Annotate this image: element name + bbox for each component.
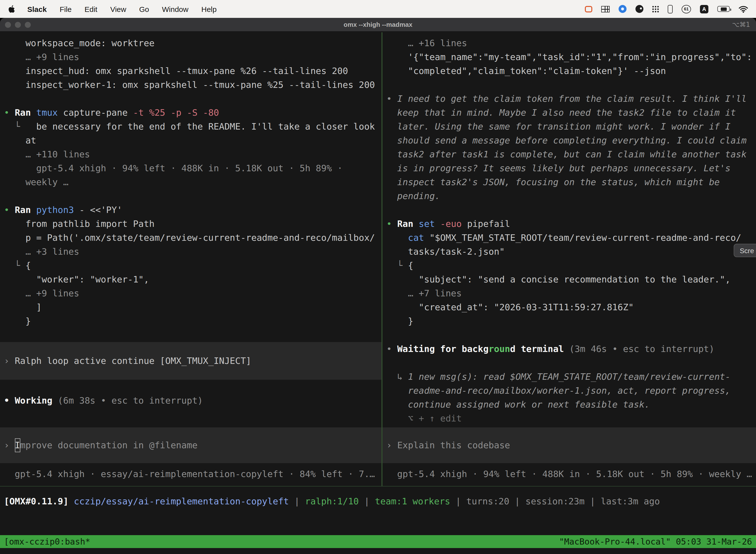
text-segment: readme-and-reco/mailbox/worker-1.json, a… [386, 385, 731, 396]
text-segment: (3m 46s • esc to interrupt) [569, 343, 714, 354]
text-segment: … +9 lines [4, 52, 79, 62]
text-segment: › [4, 438, 15, 452]
text-segment: • [386, 343, 397, 354]
terminal-line [0, 407, 381, 428]
left-terminal-pane[interactable]: workspace_mode: worktree … +9 lines insp… [0, 32, 381, 486]
window-shortcut-hint: ⌥⌘1 [732, 21, 750, 28]
menu-go[interactable]: Go [139, 5, 149, 13]
terminal-line [382, 356, 756, 370]
text-segment [386, 232, 408, 243]
window-title-bar[interactable]: omx --xhigh --madmax ⌥⌘1 [0, 18, 756, 32]
blue-app-icon[interactable] [619, 5, 627, 13]
prompt-input[interactable]: › Improve documentation in @filename [0, 428, 381, 463]
text-segment: I need to get the claim token from the c… [397, 93, 747, 104]
menu-view[interactable]: View [110, 5, 126, 13]
text-segment: task2 after task1 is complete, but can I… [386, 149, 747, 159]
text-segment: … +16 lines [386, 38, 467, 48]
terminal-line: … +3 lines [0, 245, 381, 259]
terminal-line [0, 92, 381, 106]
terminal-line [0, 380, 381, 394]
text-segment: team:1 workers [375, 496, 450, 506]
terminal-line: "subject": "send a concise recommendatio… [382, 273, 756, 286]
terminal-line: } [382, 314, 756, 328]
zoom-window-button[interactable] [25, 21, 31, 27]
text-segment: [OMX#0.11.9] [4, 496, 74, 506]
close-window-button[interactable] [5, 21, 11, 27]
wifi-icon[interactable] [739, 5, 748, 13]
terminal-line: from pathlib import Path [0, 217, 381, 231]
percentage-badge-icon[interactable]: 61 [682, 5, 691, 13]
battery-icon[interactable] [717, 6, 730, 12]
dots-grid-icon[interactable] [652, 6, 659, 12]
text-segment: Ralph loop active continue [OMX_TMUX_INJ… [15, 354, 251, 368]
text-segment: tmux [36, 107, 58, 118]
apple-menu-icon[interactable] [8, 4, 16, 14]
terminal-line: "completed","claim_token":"claim-token"}… [382, 64, 756, 78]
right-terminal-pane[interactable]: … +16 lines '{"team_name":"my-team","tas… [382, 32, 756, 486]
terminal-line [382, 328, 756, 342]
screen-recording-indicator-icon[interactable] [585, 6, 592, 12]
spreadsheet-grid-icon[interactable] [601, 6, 610, 12]
terminal-line: keep that in mind. Maybe I also need the… [382, 106, 756, 120]
text-segment: inspect_hud: omx sparkshell --tmux-pane … [4, 65, 348, 76]
text-segment: … +3 lines [4, 246, 79, 257]
text-segment: • [4, 107, 15, 118]
text-segment: '{"team_name":"my-team","task_id":"1","f… [386, 52, 752, 62]
text-segment: | [450, 496, 466, 506]
terminal-line: … +7 lines [382, 286, 756, 300]
terminal-line: ⌥ + ↑ edit [382, 411, 756, 426]
terminal-line: • I need to get the claim token from the… [382, 92, 756, 106]
text-segment: python3 [36, 205, 74, 215]
phone-mirroring-icon[interactable] [668, 5, 673, 13]
text-segment: pending. [386, 190, 440, 201]
terminal-line [382, 463, 756, 467]
input-source-icon[interactable]: A [700, 5, 708, 13]
terminal-window: omx --xhigh --madmax ⌥⌘1 workspace_mode:… [0, 18, 756, 554]
screen: Slack File Edit View Go Window Help 61 A [0, 0, 756, 554]
text-segment: later. Using the same for transition mig… [386, 121, 731, 131]
terminal-line: } [0, 314, 381, 328]
terminal-line: "worker": "worker-1", [0, 273, 381, 286]
text-segment: "created_at": "2026-03-31T11:59:27.816Z" [386, 302, 634, 312]
terminal-line [0, 463, 381, 467]
text-segment: is in progress? It seems likely but perh… [386, 163, 731, 173]
text-segment: "$OMX_TEAM_STATE_ROOT/team/review-curren… [424, 232, 741, 243]
terminal-line: pending. [382, 189, 756, 203]
menu-edit[interactable]: Edit [84, 5, 98, 13]
terminal-line: inspect task2's JSON, focusing on the st… [382, 175, 756, 189]
text-segment: gpt-5.4 xhigh · 94% left · 488K in · 5.1… [4, 163, 342, 173]
text-segment: { [408, 260, 414, 271]
text-segment: • [386, 93, 397, 104]
terminal-line: inspect_hud: omx sparkshell --tmux-pane … [0, 64, 381, 78]
terminal-line: gpt-5.4 xhigh · 94% left · 488K in · 5.1… [382, 467, 756, 481]
text-segment: workspace_mode: worktree [4, 38, 154, 48]
text-segment: capture-pane [58, 107, 133, 118]
text-segment: ] [4, 302, 42, 312]
menu-window[interactable]: Window [162, 5, 189, 13]
menu-app-name[interactable]: Slack [27, 5, 47, 13]
text-segment: pipefail [462, 218, 510, 229]
terminal-line: ↳ 1 new msg(s): read $OMX_TEAM_STATE_ROO… [382, 370, 756, 384]
text-segment: Explain this codebase [397, 438, 510, 452]
text-segment: Ran [397, 218, 419, 229]
terminal-line: "created_at": "2026-03-31T11:59:27.816Z" [382, 300, 756, 314]
macos-menu-bar: Slack File Edit View Go Window Help 61 A [0, 0, 756, 18]
dark-app-icon[interactable] [635, 5, 643, 13]
menu-file[interactable]: File [60, 5, 71, 13]
terminal-line [0, 189, 381, 203]
inject-banner[interactable]: › Ralph loop active continue [OMX_TMUX_I… [0, 342, 381, 380]
edge-tooltip-label: Scre [740, 246, 754, 255]
prompt-suggestion[interactable]: › Explain this codebase [382, 428, 756, 463]
window-title: omx --xhigh --madmax [343, 21, 412, 28]
terminal-line: • Ran tmux capture-pane -t %25 -p -S -80 [0, 106, 381, 120]
menu-help[interactable]: Help [201, 5, 217, 13]
text-segment: › [4, 354, 15, 368]
terminal-line [0, 328, 381, 342]
terminal-line [382, 203, 756, 217]
minimize-window-button[interactable] [15, 21, 21, 27]
text-segment: turns:20 [466, 496, 509, 506]
terminal-line: cat "$OMX_TEAM_STATE_ROOT/team/review-cu… [382, 231, 756, 245]
text-segment: mprove documentation in @filename [20, 438, 197, 452]
terminal-line: p = Path('.omx/state/team/review-current… [0, 231, 381, 245]
text-segment: keep that in mind. Maybe I also need the… [386, 107, 736, 118]
